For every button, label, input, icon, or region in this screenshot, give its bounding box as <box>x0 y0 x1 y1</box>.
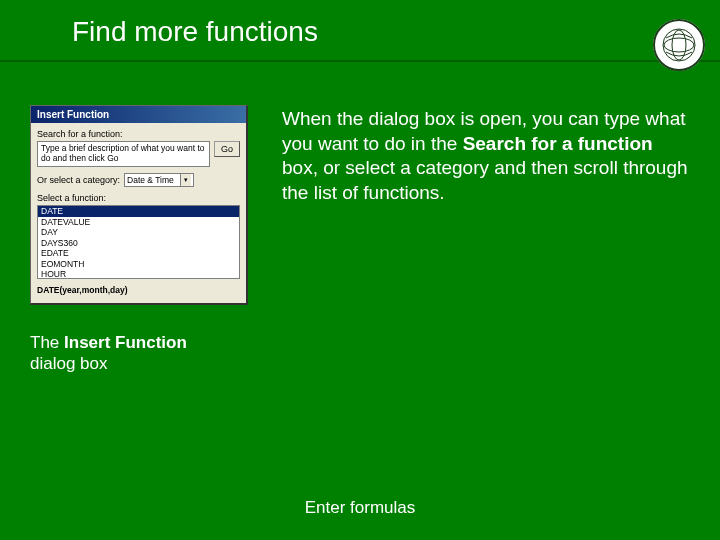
footer-text: Enter formulas <box>0 498 720 518</box>
insert-function-dialog: Insert Function Search for a function: T… <box>30 105 248 305</box>
list-item[interactable]: DAY <box>38 227 239 238</box>
category-select[interactable]: Date & Time ▾ <box>124 173 194 187</box>
chevron-down-icon[interactable]: ▾ <box>180 174 191 186</box>
list-item[interactable]: DATE <box>38 206 239 217</box>
go-button[interactable]: Go <box>214 141 240 157</box>
figure-caption: The Insert Function dialog box <box>30 332 187 375</box>
list-item[interactable]: HOUR <box>38 269 239 279</box>
function-listbox[interactable]: DATE DATEVALUE DAY DAYS360 EDATE EOMONTH… <box>37 205 240 279</box>
select-function-label: Select a function: <box>37 193 240 203</box>
institute-logo <box>652 18 706 72</box>
list-item[interactable]: EDATE <box>38 248 239 259</box>
explanation-text: When the dialog box is open, you can typ… <box>282 105 690 305</box>
explain-post: box, or select a category and then scrol… <box>282 157 688 203</box>
list-item[interactable]: DAYS360 <box>38 238 239 249</box>
dialog-titlebar: Insert Function <box>31 106 246 123</box>
list-item[interactable]: EOMONTH <box>38 259 239 270</box>
search-input[interactable]: Type a brief description of what you wan… <box>37 141 210 167</box>
list-item[interactable]: DATEVALUE <box>38 217 239 228</box>
caption-post: dialog box <box>30 354 108 373</box>
function-signature: DATE(year,month,day) <box>37 283 240 299</box>
title-underline <box>0 60 720 62</box>
category-label: Or select a category: <box>37 175 120 185</box>
page-title: Find more functions <box>72 16 318 48</box>
explain-bold: Search for a function <box>463 133 653 154</box>
category-value: Date & Time <box>127 175 174 185</box>
search-label: Search for a function: <box>37 129 240 139</box>
caption-bold: Insert Function <box>64 333 187 352</box>
caption-pre: The <box>30 333 64 352</box>
